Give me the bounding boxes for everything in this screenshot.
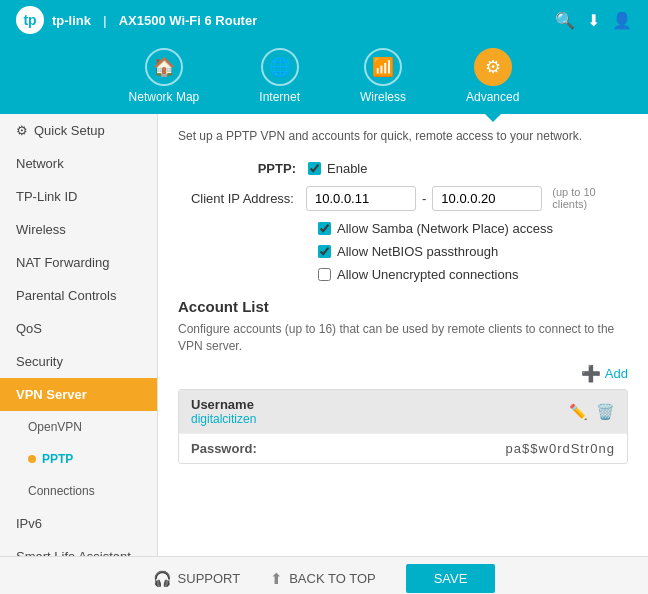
sidebar-item-vpn-label: VPN Server bbox=[16, 387, 87, 402]
account-table: Username digitalcitizen ✏️ 🗑️ Password: … bbox=[178, 389, 628, 464]
sidebar-item-ipv6[interactable]: IPv6 bbox=[0, 507, 157, 540]
allow-samba-label: Allow Samba (Network Place) access bbox=[337, 221, 553, 236]
network-map-icon: 🏠 bbox=[145, 48, 183, 86]
ip-separator: - bbox=[422, 191, 426, 206]
sidebar-item-network[interactable]: Network bbox=[0, 147, 157, 180]
content-description: Set up a PPTP VPN and accounts for quick… bbox=[178, 128, 628, 145]
footer: 🎧 SUPPORT ⬆ BACK TO TOP SAVE bbox=[0, 556, 648, 594]
pptp-enable-text: Enable bbox=[327, 161, 367, 176]
support-button[interactable]: 🎧 SUPPORT bbox=[153, 570, 241, 588]
pptp-enable-row: PPTP: Enable bbox=[178, 161, 628, 176]
sidebar-item-pptp-label: PPTP bbox=[42, 452, 73, 466]
back-to-top-button[interactable]: ⬆ BACK TO TOP bbox=[270, 570, 375, 588]
tab-advanced[interactable]: ⚙ Advanced bbox=[436, 40, 549, 114]
account-table-header: Username digitalcitizen ✏️ 🗑️ bbox=[179, 390, 627, 433]
search-icon[interactable]: 🔍 bbox=[555, 11, 575, 30]
sidebar-item-tplink-id-label: TP-Link ID bbox=[16, 189, 77, 204]
sidebar-item-connections-label: Connections bbox=[28, 484, 95, 498]
wireless-icon: 📶 bbox=[364, 48, 402, 86]
delete-icon[interactable]: 🗑️ bbox=[596, 403, 615, 421]
sidebar-item-vpn-server[interactable]: VPN Server bbox=[0, 378, 157, 411]
tab-internet[interactable]: 🌐 Internet bbox=[229, 40, 330, 114]
back-to-top-label: BACK TO TOP bbox=[289, 571, 375, 586]
tab-wireless-label: Wireless bbox=[360, 90, 406, 104]
sidebar-item-qos-label: QoS bbox=[16, 321, 42, 336]
sidebar-item-nat-label: NAT Forwarding bbox=[16, 255, 109, 270]
pptp-enable-checkbox[interactable] bbox=[308, 162, 321, 175]
ip-hint: (up to 10 clients) bbox=[552, 186, 628, 210]
sidebar-item-nat-forwarding[interactable]: NAT Forwarding bbox=[0, 246, 157, 279]
main-layout: ⚙ Quick Setup Network TP-Link ID Wireles… bbox=[0, 114, 648, 556]
support-label: SUPPORT bbox=[178, 571, 241, 586]
tab-network-map[interactable]: 🏠 Network Map bbox=[99, 40, 230, 114]
header: tp tp-link | AX1500 Wi-Fi 6 Router 🔍 ⬇ 👤 bbox=[0, 0, 648, 40]
sidebar-item-smart-life-label: Smart Life Assistant bbox=[16, 549, 131, 556]
sidebar-item-ipv6-label: IPv6 bbox=[16, 516, 42, 531]
username-header: Username bbox=[191, 397, 256, 412]
logo-icon: tp bbox=[16, 6, 44, 34]
back-to-top-icon: ⬆ bbox=[270, 570, 283, 588]
username-value: digitalcitizen bbox=[191, 412, 256, 426]
header-divider: | bbox=[103, 13, 107, 28]
account-list-desc: Configure accounts (up to 16) that can b… bbox=[178, 321, 628, 355]
sidebar-item-wireless-label: Wireless bbox=[16, 222, 66, 237]
gear-icon: ⚙ bbox=[16, 123, 28, 138]
sidebar-item-security-label: Security bbox=[16, 354, 63, 369]
sidebar-item-connections[interactable]: Connections bbox=[0, 475, 157, 507]
header-icons: 🔍 ⬇ 👤 bbox=[555, 11, 632, 30]
allow-netbios-label: Allow NetBIOS passthrough bbox=[337, 244, 498, 259]
account-actions: ✏️ 🗑️ bbox=[569, 403, 615, 421]
sidebar-item-quick-setup[interactable]: ⚙ Quick Setup bbox=[0, 114, 157, 147]
download-icon[interactable]: ⬇ bbox=[587, 11, 600, 30]
sidebar-item-security[interactable]: Security bbox=[0, 345, 157, 378]
ip-end-input[interactable] bbox=[432, 186, 542, 211]
password-value: pa$$w0rdStr0ng bbox=[506, 441, 615, 456]
nav-tabs: 🏠 Network Map 🌐 Internet 📶 Wireless ⚙ Ad… bbox=[0, 40, 648, 114]
sidebar-item-parental-label: Parental Controls bbox=[16, 288, 116, 303]
password-label: Password: bbox=[191, 441, 257, 456]
device-name: AX1500 Wi-Fi 6 Router bbox=[119, 13, 258, 28]
sidebar-item-qos[interactable]: QoS bbox=[0, 312, 157, 345]
ip-start-input[interactable] bbox=[306, 186, 416, 211]
save-button[interactable]: SAVE bbox=[406, 564, 496, 593]
advanced-icon: ⚙ bbox=[474, 48, 512, 86]
account-password-row: Password: pa$$w0rdStr0ng bbox=[179, 433, 627, 463]
logo: tp tp-link | AX1500 Wi-Fi 6 Router bbox=[16, 6, 257, 34]
sidebar-item-pptp[interactable]: PPTP bbox=[0, 443, 157, 475]
internet-icon: 🌐 bbox=[261, 48, 299, 86]
add-label: Add bbox=[605, 366, 628, 381]
edit-icon[interactable]: ✏️ bbox=[569, 403, 588, 421]
sidebar-item-openvpn[interactable]: OpenVPN bbox=[0, 411, 157, 443]
sidebar-item-smart-life[interactable]: Smart Life Assistant bbox=[0, 540, 157, 556]
add-icon: ➕ bbox=[581, 364, 601, 383]
tab-network-map-label: Network Map bbox=[129, 90, 200, 104]
client-ip-label: Client IP Address: bbox=[178, 191, 306, 206]
sidebar-item-wireless[interactable]: Wireless bbox=[0, 213, 157, 246]
tab-internet-label: Internet bbox=[259, 90, 300, 104]
allow-netbios-checkbox[interactable] bbox=[318, 245, 331, 258]
account-list-title: Account List bbox=[178, 298, 628, 315]
active-tab-arrow bbox=[485, 114, 501, 122]
pptp-enable-control: Enable bbox=[308, 161, 367, 176]
sidebar-item-parental-controls[interactable]: Parental Controls bbox=[0, 279, 157, 312]
client-ip-row: Client IP Address: - (up to 10 clients) bbox=[178, 186, 628, 211]
allow-netbios-row: Allow NetBIOS passthrough bbox=[178, 244, 628, 259]
account-table-header-content: Username digitalcitizen bbox=[191, 397, 256, 426]
ip-range-control: - (up to 10 clients) bbox=[306, 186, 628, 211]
allow-unencrypted-checkbox[interactable] bbox=[318, 268, 331, 281]
user-icon[interactable]: 👤 bbox=[612, 11, 632, 30]
tab-wireless[interactable]: 📶 Wireless bbox=[330, 40, 436, 114]
allow-unencrypted-row: Allow Unencrypted connections bbox=[178, 267, 628, 282]
support-icon: 🎧 bbox=[153, 570, 172, 588]
allow-samba-row: Allow Samba (Network Place) access bbox=[178, 221, 628, 236]
sidebar: ⚙ Quick Setup Network TP-Link ID Wireles… bbox=[0, 114, 158, 556]
pptp-bullet bbox=[28, 455, 36, 463]
sidebar-item-network-label: Network bbox=[16, 156, 64, 171]
allow-unencrypted-label: Allow Unencrypted connections bbox=[337, 267, 518, 282]
add-account-button[interactable]: ➕ Add bbox=[178, 364, 628, 383]
sidebar-item-tplink-id[interactable]: TP-Link ID bbox=[0, 180, 157, 213]
allow-samba-checkbox[interactable] bbox=[318, 222, 331, 235]
pptp-label: PPTP: bbox=[178, 161, 308, 176]
tab-advanced-label: Advanced bbox=[466, 90, 519, 104]
content-area: Set up a PPTP VPN and accounts for quick… bbox=[158, 114, 648, 556]
